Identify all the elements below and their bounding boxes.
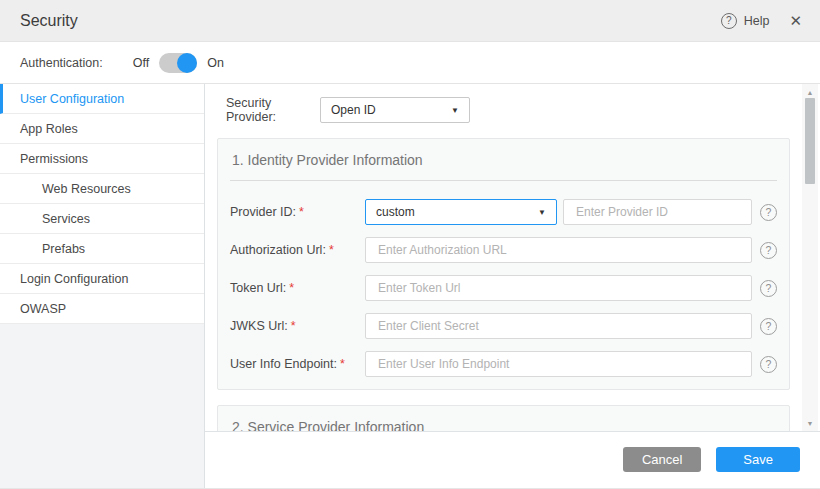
main-area: User Configuration App Roles Permissions… — [0, 84, 820, 488]
token-url-label: Token Url:* — [230, 281, 365, 295]
save-button[interactable]: Save — [716, 447, 800, 472]
provider-id-row: Provider ID:* custom ▼ ? — [230, 199, 777, 225]
sidebar-item-prefabs[interactable]: Prefabs — [0, 234, 204, 264]
help-icon[interactable]: ? — [721, 13, 737, 29]
sidebar-item-login-configuration[interactable]: Login Configuration — [0, 264, 204, 294]
required-asterisk: * — [289, 281, 294, 295]
question-circle-icon[interactable]: ? — [760, 356, 777, 373]
token-url-row: Token Url:* ? — [230, 275, 777, 301]
provider-id-controls: custom ▼ — [365, 199, 752, 225]
question-circle-icon[interactable]: ? — [760, 280, 777, 297]
jwks-url-input[interactable] — [365, 313, 752, 339]
security-provider-label: Security Provider: — [226, 96, 320, 124]
toggle-off-label: Off — [133, 56, 149, 70]
field-help: ? — [760, 242, 777, 259]
page-title: Security — [20, 12, 78, 30]
authentication-label: Authentication: — [20, 56, 103, 70]
chevron-down-icon: ▼ — [538, 208, 546, 217]
authorization-url-controls — [365, 237, 752, 263]
sidebar-item-user-configuration[interactable]: User Configuration — [0, 84, 204, 114]
required-asterisk: * — [299, 205, 304, 219]
user-info-endpoint-controls — [365, 351, 752, 377]
security-provider-value: Open ID — [331, 103, 376, 117]
sidebar-item-services[interactable]: Services — [0, 204, 204, 234]
scroll-up-icon[interactable]: ▲ — [802, 86, 818, 98]
content-panel: Security Provider: Open ID ▼ 1. Identity… — [205, 84, 820, 488]
jwks-url-controls — [365, 313, 752, 339]
jwks-url-row: JWKS Url:* ? — [230, 313, 777, 339]
help-link[interactable]: Help — [744, 14, 770, 28]
authentication-row: Authentication: Off On — [0, 42, 820, 84]
vertical-scrollbar[interactable]: ▲ ▼ — [802, 84, 818, 431]
section-title: 1. Identity Provider Information — [230, 139, 777, 181]
provider-id-label: Provider ID:* — [230, 205, 365, 219]
identity-provider-section: 1. Identity Provider Information Provide… — [217, 138, 790, 390]
section-title: 2. Service Provider Information — [230, 406, 777, 431]
token-url-input[interactable] — [365, 275, 752, 301]
sidebar: User Configuration App Roles Permissions… — [0, 84, 205, 488]
form-footer: Cancel Save — [205, 431, 820, 488]
sidebar-item-web-resources[interactable]: Web Resources — [0, 174, 204, 204]
titlebar: Security ? Help ✕ — [0, 0, 820, 42]
user-info-endpoint-label: User Info Endpoint:* — [230, 357, 365, 371]
user-info-endpoint-input[interactable] — [365, 351, 752, 377]
question-circle-icon[interactable]: ? — [760, 204, 777, 221]
service-provider-section: 2. Service Provider Information — [217, 405, 790, 431]
provider-id-input[interactable] — [563, 199, 752, 225]
scroll-down-icon[interactable]: ▼ — [802, 417, 818, 429]
field-help: ? — [760, 204, 777, 221]
user-info-endpoint-row: User Info Endpoint:* ? — [230, 351, 777, 377]
jwks-url-label: JWKS Url:* — [230, 319, 365, 333]
question-circle-icon[interactable]: ? — [760, 318, 777, 335]
question-circle-icon[interactable]: ? — [760, 242, 777, 259]
required-asterisk: * — [291, 319, 296, 333]
authorization-url-label: Authorization Url:* — [230, 243, 365, 257]
titlebar-actions: ? Help ✕ — [721, 12, 802, 30]
security-settings-window: Security ? Help ✕ Authentication: Off On… — [0, 0, 820, 489]
authorization-url-input[interactable] — [365, 237, 752, 263]
toggle-knob — [177, 53, 197, 73]
authorization-url-row: Authorization Url:* ? — [230, 237, 777, 263]
authentication-toggle[interactable] — [159, 53, 197, 73]
field-help: ? — [760, 280, 777, 297]
required-asterisk: * — [329, 243, 334, 257]
sidebar-item-owasp[interactable]: OWASP — [0, 294, 204, 324]
field-help: ? — [760, 356, 777, 373]
security-provider-select[interactable]: Open ID ▼ — [320, 97, 470, 123]
security-provider-row: Security Provider: Open ID ▼ — [226, 96, 802, 124]
close-icon[interactable]: ✕ — [789, 12, 802, 30]
chevron-down-icon: ▼ — [451, 106, 459, 115]
sidebar-item-app-roles[interactable]: App Roles — [0, 114, 204, 144]
required-asterisk: * — [340, 357, 345, 371]
cancel-button[interactable]: Cancel — [623, 447, 701, 472]
toggle-on-label: On — [207, 56, 224, 70]
token-url-controls — [365, 275, 752, 301]
scrollbar-thumb[interactable] — [805, 98, 815, 184]
sidebar-item-permissions[interactable]: Permissions — [0, 144, 204, 174]
provider-id-select-value: custom — [376, 205, 415, 219]
provider-id-select[interactable]: custom ▼ — [365, 199, 557, 225]
scrollable-form-area: Security Provider: Open ID ▼ 1. Identity… — [205, 84, 802, 431]
field-help: ? — [760, 318, 777, 335]
